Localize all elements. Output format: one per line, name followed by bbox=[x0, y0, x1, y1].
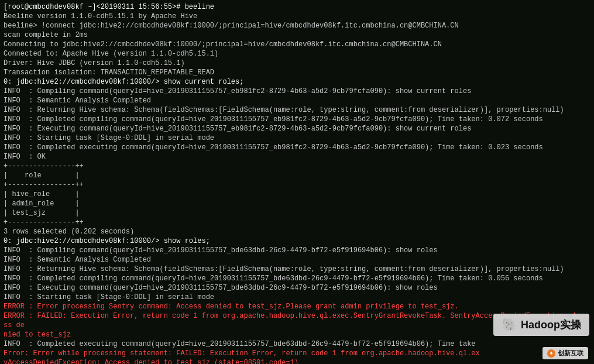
terminal-line: INFO : Completed compiling command(query… bbox=[4, 274, 590, 283]
terminal-line: INFO : Returning Hive schema: Schema(fie… bbox=[4, 265, 590, 274]
terminal-line: 3 rows selected (0.202 seconds) bbox=[4, 227, 590, 236]
terminal-line: INFO : Executing command(queryId=hive_20… bbox=[4, 124, 590, 133]
terminal-line: INFO : OK bbox=[4, 152, 590, 162]
terminal-line: INFO : Returning Hive schema: Schema(fie… bbox=[4, 105, 590, 115]
terminal-line: INFO : Semantic Analysis Completed bbox=[4, 96, 590, 105]
terminal-line: Driver: Hive JDBC (version 1.1.0-cdh5.15… bbox=[4, 59, 590, 68]
terminal-line: INFO : Compiling command(queryId=hive_20… bbox=[4, 87, 590, 96]
terminal-line: Connecting to jdbc:hive2://cmbcdhdev08kf… bbox=[4, 40, 590, 49]
terminal-line: INFO : Completed compiling command(query… bbox=[4, 115, 590, 124]
elephant-icon: 🐘 bbox=[502, 317, 517, 332]
terminal-line: Connected to: Apache Hive (version 1.1.0… bbox=[4, 49, 590, 59]
terminal-line: +----------------++ bbox=[4, 218, 590, 227]
terminal-line: INFO : Compiling command(queryId=hive_20… bbox=[4, 246, 590, 255]
terminal: [root@cmbcdhdev08kf ~]<20190311 15:56:55… bbox=[0, 0, 594, 364]
terminal-line: +----------------++ bbox=[4, 180, 590, 190]
hadoop-label: Hadoop实操 bbox=[521, 318, 581, 332]
terminal-line: INFO : Semantic Analysis Completed bbox=[4, 255, 590, 265]
terminal-line: | hive_role | bbox=[4, 190, 590, 199]
brand-label: 创新互联 bbox=[558, 349, 583, 358]
terminal-line: Beeline version 1.1.0-cdh5.15.1 by Apach… bbox=[4, 12, 590, 21]
terminal-line: INFO : Executing command(queryId=hive_20… bbox=[4, 283, 590, 293]
terminal-line: INFO : Completed executing command(query… bbox=[4, 143, 590, 152]
terminal-line: | role | bbox=[4, 171, 590, 180]
terminal-line: 0: jdbc:hive2://cmbcdhdev08kf:10000/> sh… bbox=[4, 77, 590, 87]
terminal-line: INFO : Completed executing command(query… bbox=[4, 339, 590, 349]
terminal-line: +----------------++ bbox=[4, 162, 590, 171]
terminal-line: ERROR : Error processing Sentry command:… bbox=[4, 302, 590, 311]
terminal-line: | test_sjz | bbox=[4, 208, 590, 218]
terminal-line: [root@cmbcdhdev08kf ~]<20190311 15:56:55… bbox=[4, 2, 590, 12]
terminal-line: Error: Error while processing statement:… bbox=[4, 349, 590, 364]
terminal-line: scan complete in 2ms bbox=[4, 30, 590, 40]
terminal-line: Transaction isolation: TRANSACTION_REPEA… bbox=[4, 68, 590, 77]
terminal-line: | admin_role | bbox=[4, 199, 590, 208]
hadoop-watermark: 🐘 Hadoop实操 bbox=[493, 314, 589, 336]
terminal-line: beeline> !connect jdbc:hive2://cmbcdhdev… bbox=[4, 21, 590, 30]
brand-badge: ✦ 创新互联 bbox=[543, 347, 588, 359]
terminal-line: INFO : Starting task [Stage-0:DDL] in se… bbox=[4, 133, 590, 143]
brand-icon: ✦ bbox=[547, 349, 555, 358]
terminal-line: INFO : Starting task [Stage-0:DDL] in se… bbox=[4, 293, 590, 302]
terminal-line: 0: jdbc:hive2://cmbcdhdev08kf:10000/> sh… bbox=[4, 236, 590, 246]
